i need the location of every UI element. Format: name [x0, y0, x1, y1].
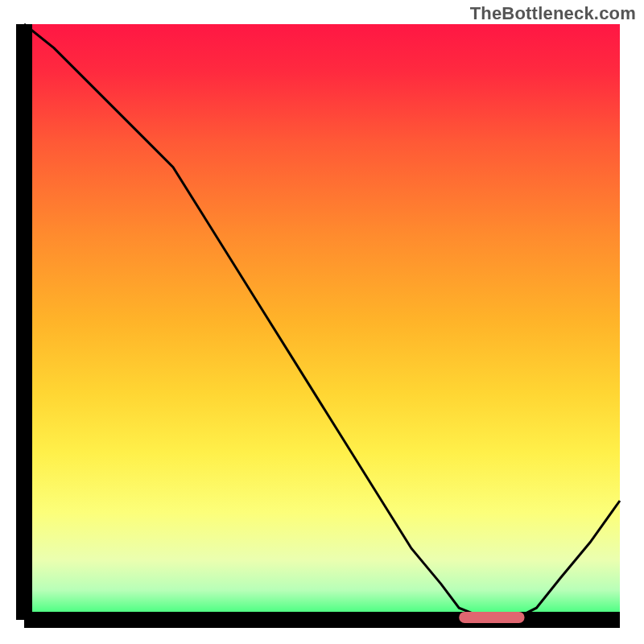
watermark-text: TheBottleneck.com — [470, 3, 636, 24]
bottleneck-chart — [0, 0, 644, 644]
plot-background — [24, 24, 620, 620]
target-range-marker — [459, 612, 524, 623]
chart-container: TheBottleneck.com — [0, 0, 644, 644]
